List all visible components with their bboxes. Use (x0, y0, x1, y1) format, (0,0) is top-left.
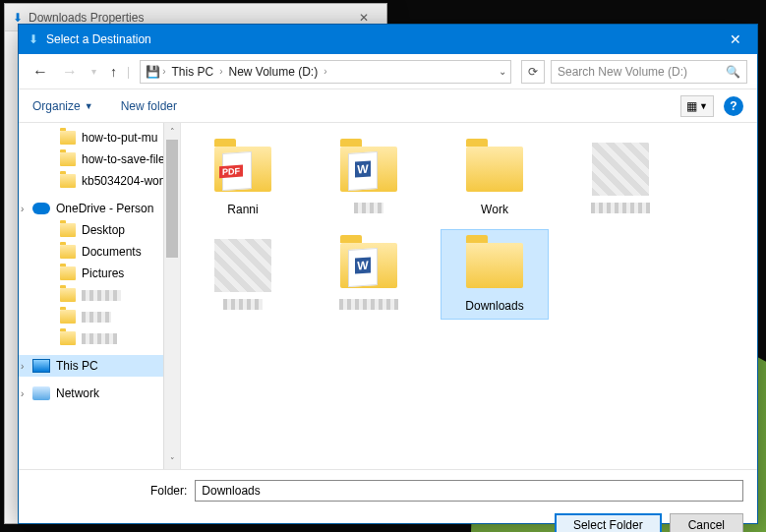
tree-item-documents[interactable]: Documents (19, 241, 180, 263)
blurred-label (223, 299, 263, 310)
blurred-label (82, 333, 117, 344)
address-dropdown[interactable]: ⌄ (499, 66, 506, 77)
scroll-thumb[interactable] (166, 140, 178, 258)
tree-item-this-pc[interactable]: ›This PC (19, 355, 180, 377)
tree-label: Documents (82, 245, 142, 259)
chevron-right-icon[interactable]: › (162, 66, 165, 77)
onedrive-icon (32, 203, 50, 214)
new-folder-button[interactable]: New folder (121, 99, 177, 113)
folder-icon (466, 243, 523, 288)
tree-label: Pictures (82, 266, 124, 280)
cancel-button[interactable]: Cancel (670, 513, 743, 532)
folder-icon (340, 147, 397, 192)
folder-icon (60, 331, 76, 345)
item-label: Work (481, 203, 508, 216)
pc-icon (32, 359, 50, 373)
blurred-label (82, 290, 121, 301)
forward-button[interactable]: → (58, 61, 82, 83)
folder-icon (60, 266, 76, 280)
tree-item-pictures[interactable]: Pictures (19, 263, 180, 284)
blurred-label (591, 203, 650, 213)
folder-field-label: Folder: (32, 484, 187, 498)
view-options-button[interactable]: ▦▼ (680, 95, 714, 117)
tree-item-blurred[interactable] (19, 327, 180, 349)
separator: | (127, 65, 130, 79)
tree-label: Desktop (82, 223, 125, 237)
tree-item-onedrive[interactable]: ›OneDrive - Person (19, 198, 180, 219)
scroll-down-button[interactable]: ˅ (164, 452, 180, 469)
close-button[interactable]: ✕ (713, 25, 757, 54)
search-icon: 🔍 (726, 65, 740, 79)
word-overlay-icon (348, 248, 378, 287)
tree-label: how-to-put-mu (82, 131, 157, 145)
background-close-button[interactable]: ✕ (349, 11, 379, 25)
blurred-thumbnail (214, 239, 271, 292)
organize-button[interactable]: Organize▼ (32, 99, 93, 113)
folder-item-work[interactable]: Work (441, 133, 549, 223)
tree-scrollbar[interactable]: ˄ ˅ (163, 123, 180, 469)
folder-icon (214, 147, 271, 192)
tree-item-blurred[interactable] (19, 306, 180, 327)
word-overlay-icon (348, 151, 378, 191)
item-label: Downloads (465, 299, 523, 313)
folder-icon (60, 131, 76, 145)
select-folder-button[interactable]: Select Folder (555, 513, 662, 532)
folder-item-blurred[interactable] (315, 229, 423, 320)
chevron-right-icon[interactable]: › (219, 66, 222, 77)
tree-item-network[interactable]: ›Network (19, 383, 180, 404)
folder-item-ranni[interactable]: Ranni (189, 133, 297, 223)
folder-icon (60, 174, 76, 188)
back-button[interactable]: ← (29, 61, 52, 83)
titlebar[interactable]: ⬇ Select a Destination ✕ (19, 25, 757, 54)
tree-label: This PC (56, 359, 98, 373)
folder-icon (60, 288, 76, 302)
select-destination-window: ⬇ Select a Destination ✕ ← → ▾ ↑ | 💾 › T… (18, 24, 758, 524)
item-label: Ranni (227, 203, 258, 216)
folder-item-blurred[interactable] (189, 229, 297, 320)
scroll-up-button[interactable]: ˄ (164, 123, 180, 140)
up-button[interactable]: ↑ (106, 62, 121, 82)
organize-label: Organize (32, 99, 81, 113)
help-button[interactable]: ? (724, 96, 743, 116)
chevron-down-icon: ▼ (699, 101, 708, 111)
blurred-label (339, 299, 398, 310)
folder-contents[interactable]: Ranni Work (181, 123, 757, 469)
drive-icon: 💾 (145, 64, 160, 80)
folder-icon (60, 223, 76, 237)
search-box[interactable]: Search New Volume (D:) 🔍 (551, 60, 747, 84)
breadcrumb-volume[interactable]: New Volume (D:) (225, 63, 323, 81)
search-placeholder: Search New Volume (D:) (558, 65, 687, 79)
chevron-right-icon[interactable]: › (21, 388, 24, 399)
chevron-right-icon[interactable]: › (324, 66, 326, 77)
tree-label: how-to-save-file (82, 152, 165, 166)
address-bar[interactable]: 💾 › This PC › New Volume (D:) › ⌄ (140, 60, 511, 84)
tree-label: kb5034204-wont (82, 174, 169, 188)
download-arrow-icon: ⬇ (13, 11, 23, 25)
window-title: Select a Destination (46, 32, 151, 46)
folder-icon (60, 152, 76, 166)
recent-dropdown[interactable]: ▾ (88, 64, 100, 79)
tree-label: OneDrive - Person (56, 202, 153, 215)
folder-icon (340, 243, 397, 288)
chevron-right-icon[interactable]: › (21, 204, 24, 214)
tree-item-folder[interactable]: kb5034204-wont (19, 170, 180, 192)
folder-item-blurred[interactable] (566, 133, 675, 223)
folder-name-input[interactable] (195, 480, 743, 502)
refresh-button[interactable]: ⟳ (521, 60, 545, 84)
tree-item-folder[interactable]: how-to-put-mu (19, 127, 180, 148)
folder-icon (466, 147, 523, 192)
network-icon (32, 386, 50, 400)
folder-item-blurred[interactable] (315, 133, 423, 223)
blurred-label (354, 203, 383, 213)
tree-item-folder[interactable]: how-to-save-file (19, 148, 180, 170)
navigation-bar: ← → ▾ ↑ | 💾 › This PC › New Volume (D:) … (19, 54, 757, 89)
tree-item-blurred[interactable] (19, 284, 180, 306)
folder-item-downloads[interactable]: Downloads (441, 229, 549, 320)
download-arrow-icon: ⬇ (29, 32, 38, 46)
chevron-right-icon[interactable]: › (21, 361, 24, 372)
folder-icon (60, 310, 76, 324)
breadcrumb-this-pc[interactable]: This PC (167, 63, 217, 81)
tree-item-desktop[interactable]: Desktop (19, 219, 180, 241)
blurred-label (82, 312, 111, 323)
background-window-title: Downloads Properties (29, 11, 144, 25)
